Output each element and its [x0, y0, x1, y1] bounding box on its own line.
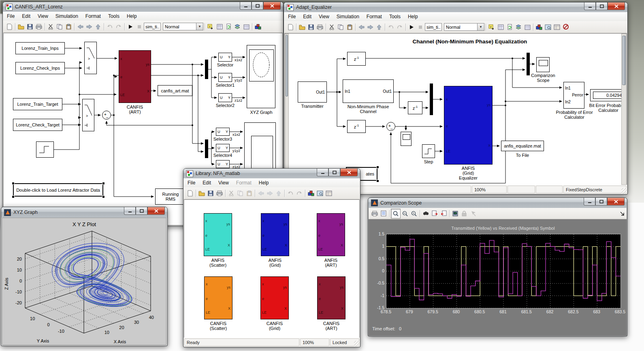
block-canfis-scatter[interactable]: x e LE ys X — [204, 276, 232, 319]
block-selector1[interactable]: U Y — [218, 73, 232, 82]
dock-scope-icon[interactable] — [618, 209, 627, 218]
redo-icon[interactable] — [114, 22, 123, 31]
back-icon[interactable] — [357, 23, 366, 32]
block-xyz-graph[interactable] — [247, 45, 275, 108]
block-perror-calculator[interactable]: In1 In2 Perror — [563, 82, 584, 109]
minimize-button[interactable] — [584, 2, 596, 10]
model-browser-icon[interactable]: Y — [487, 23, 496, 32]
block-selector[interactable]: U Y — [218, 53, 232, 62]
forward-icon[interactable] — [265, 189, 274, 198]
titlebar[interactable]: XYZ Graph — [1, 207, 167, 218]
print-icon[interactable] — [370, 209, 379, 218]
library-browser-icon[interactable] — [535, 23, 544, 32]
save-icon[interactable] — [307, 23, 316, 32]
minimize-button[interactable] — [124, 207, 136, 215]
floating-scope-icon[interactable] — [451, 209, 460, 218]
print-icon[interactable] — [215, 189, 224, 198]
block-anfis-scatter[interactable]: x e LE ys X — [204, 213, 232, 256]
block-delay-3[interactable]: z-1 — [347, 120, 366, 133]
menu-help[interactable]: Help — [123, 13, 141, 20]
stop-simulation-icon[interactable] — [416, 23, 425, 32]
copy-icon[interactable] — [236, 189, 245, 198]
cut-icon[interactable] — [46, 22, 55, 31]
open-icon[interactable] — [17, 22, 26, 31]
sim-stop-time-field[interactable] — [144, 23, 161, 30]
minimize-button[interactable] — [240, 2, 252, 10]
close-button[interactable] — [607, 198, 625, 205]
library-canvas[interactable]: x e LE ys X ANFIS(Scatter) x e LE ys X A… — [184, 199, 360, 338]
block-canfis-art-mat[interactable]: canfis_art.mat — [158, 85, 192, 96]
stop-simulation-icon[interactable] — [135, 22, 144, 31]
block-selector5[interactable]: U Y — [216, 160, 230, 168]
chevron-down-icon[interactable]: ▼ — [196, 23, 203, 30]
redo-icon[interactable] — [395, 23, 404, 32]
paste-icon[interactable] — [64, 22, 73, 31]
block-running-rms[interactable]: RunningRMS — [155, 188, 186, 205]
model-explorer-icon[interactable] — [544, 23, 552, 32]
right-scrollbar[interactable] — [621, 34, 627, 185]
sim-stop-time-field[interactable] — [425, 23, 442, 31]
block-switch-1[interactable]: > — [84, 42, 97, 74]
menu-edit[interactable]: Edit — [299, 13, 315, 20]
titlebar[interactable]: Library: NFA_matlab — [183, 169, 360, 178]
titlebar[interactable]: Adapt_Equalizer — [284, 2, 627, 12]
menu-simulation[interactable]: Simulation — [333, 13, 363, 20]
menu-edit[interactable]: Edit — [199, 179, 215, 186]
update-diagram-icon[interactable] — [496, 23, 505, 32]
mux-1[interactable] — [205, 60, 208, 79]
block-delay-1[interactable]: z-1 — [347, 52, 366, 66]
block-channel[interactable]: In1 Out1 — [343, 79, 394, 103]
menu-format[interactable]: Format — [363, 13, 386, 20]
sim-mode-select[interactable]: Normal ▼ — [444, 23, 484, 31]
menu-file[interactable]: File — [184, 179, 199, 186]
block-sum-2[interactable]: + _ — [386, 122, 395, 131]
redo-icon[interactable] — [295, 189, 304, 198]
menu-help[interactable]: Help — [255, 179, 273, 186]
menu-file[interactable]: File — [3, 13, 18, 20]
minimize-button[interactable] — [317, 169, 328, 176]
refresh-model-icon[interactable] — [224, 22, 233, 31]
zoom-y-icon[interactable] — [409, 209, 418, 218]
sim-mode-select[interactable]: Normal ▼ — [163, 23, 203, 30]
signal-selection-icon[interactable] — [469, 209, 478, 218]
block-lorenz-check-inps[interactable]: Lorenz_Check_Inps — [15, 62, 65, 74]
undo-icon[interactable] — [105, 22, 114, 31]
forward-icon[interactable] — [85, 22, 94, 31]
model-browser-icon[interactable]: Y — [206, 22, 215, 31]
block-anfis-grid-equalizer[interactable]: x e LE ys X — [444, 86, 493, 165]
open-icon[interactable] — [298, 23, 307, 32]
paste-icon[interactable] — [245, 189, 254, 198]
restore-axes-icon[interactable] — [439, 209, 448, 218]
build-icon[interactable] — [233, 22, 242, 31]
new-model-icon[interactable] — [286, 23, 295, 32]
maximize-button[interactable] — [596, 2, 608, 10]
menu-view[interactable]: View — [315, 13, 333, 20]
simulation-params-icon[interactable] — [552, 23, 561, 32]
undo-icon[interactable] — [286, 189, 295, 198]
undo-icon[interactable] — [386, 23, 395, 32]
cut-icon[interactable] — [227, 189, 236, 198]
menu-format[interactable]: Format — [82, 13, 104, 20]
open-icon[interactable] — [197, 189, 206, 198]
block-canfis-art[interactable]: x e LE ys X — [317, 276, 345, 319]
left-scrollbar[interactable] — [285, 34, 289, 185]
block-lorenz-check-target[interactable]: Lorenz_Check_Target — [13, 119, 62, 131]
library-browser-icon[interactable] — [254, 22, 262, 31]
menu-simulation[interactable]: Simulation — [52, 13, 82, 20]
mux-comparison[interactable] — [527, 53, 530, 75]
block-step[interactable] — [422, 144, 435, 158]
menu-tools[interactable]: Tools — [386, 13, 404, 20]
cut-icon[interactable] — [327, 23, 336, 32]
chevron-down-icon[interactable]: ▼ — [477, 24, 484, 30]
block-canfis-grid[interactable]: x e LE ys X — [260, 276, 289, 319]
model-explorer-icon[interactable] — [316, 189, 324, 198]
block-comparison-scope[interactable] — [536, 57, 550, 72]
save-icon[interactable] — [26, 22, 34, 31]
menu-file[interactable]: File — [284, 13, 299, 20]
up-icon[interactable] — [274, 189, 283, 198]
maximize-button[interactable] — [328, 169, 340, 176]
block-lorenz-train-target[interactable]: Lorenz_Train_Target — [13, 98, 62, 110]
minimize-button[interactable] — [584, 198, 595, 205]
block-from-workspace[interactable] — [36, 141, 54, 158]
model-browser-toggle-icon[interactable] — [324, 189, 333, 198]
